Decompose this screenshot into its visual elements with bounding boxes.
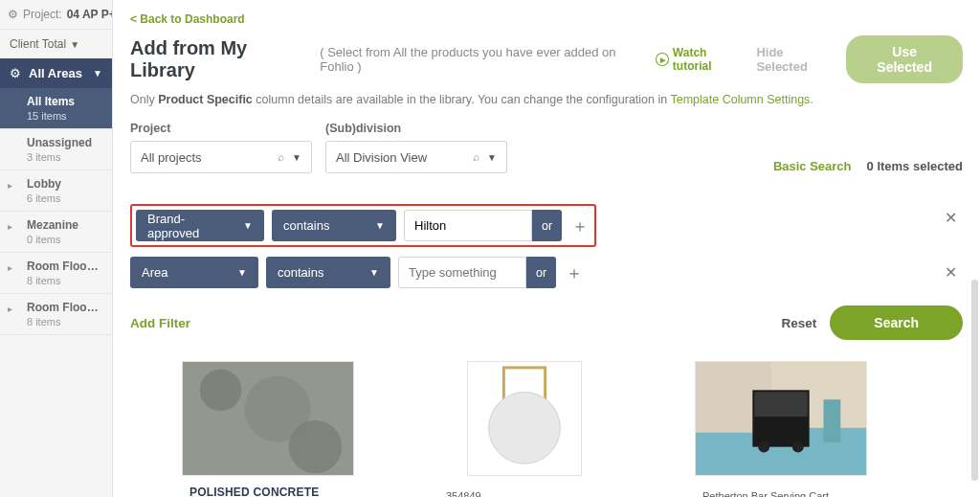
- product-image: [467, 361, 582, 476]
- sidebar-item-label: Room Floor Type 2: [27, 301, 102, 314]
- filter-operator-select[interactable]: contains ▼: [272, 210, 396, 241]
- items-selected-count: 0 Items selected: [867, 159, 963, 173]
- template-column-settings-link[interactable]: Template Column Settings.: [670, 93, 813, 106]
- desc-text: Only: [130, 93, 158, 106]
- hide-selected-button[interactable]: Hide Selected: [756, 45, 833, 74]
- sidebar-item-label: Room Floor Type: [27, 260, 102, 273]
- project-select-label: Project: [130, 122, 312, 135]
- desc-text: column details are available in the libr…: [253, 93, 671, 106]
- chevron-right-icon: ▸: [8, 221, 12, 232]
- sidebar-item-count: 3 items: [27, 151, 102, 163]
- filter-operator-select[interactable]: contains ▼: [266, 257, 390, 288]
- page-subtitle: ( Select from All the products you have …: [320, 45, 644, 74]
- sidebar-item-label: Lobby: [27, 177, 102, 191]
- project-name: 04 AP P+: [67, 8, 112, 21]
- chevron-down-icon: ▼: [369, 267, 379, 278]
- svg-point-15: [792, 441, 804, 453]
- product-image: [182, 361, 354, 476]
- all-areas-label: All Areas: [29, 66, 82, 80]
- sidebar-item-count: 15 items: [27, 110, 102, 122]
- chevron-right-icon: ▸: [8, 304, 12, 314]
- product-image: [695, 361, 867, 476]
- client-total-label: Client Total: [10, 37, 66, 51]
- gear-icon: ⚙: [10, 66, 21, 80]
- filter-row-highlight: Brand-approved ▼ contains ▼ or ＋: [130, 204, 596, 247]
- sidebar-item-label: Unassigned: [27, 136, 102, 149]
- product-grid: POLISHED CONCRETE CONTRACTOR SUPPLIER. O…: [130, 361, 963, 497]
- project-select[interactable]: All projects ⌕ ▼: [130, 141, 312, 173]
- remove-filter-button[interactable]: ✕: [945, 209, 957, 227]
- chevron-down-icon: ▼: [70, 39, 79, 50]
- sidebar-item-count: 6 items: [27, 192, 102, 204]
- chevron-down-icon: ▼: [292, 152, 301, 163]
- sidebar-item-count: 8 items: [27, 316, 102, 328]
- division-select[interactable]: All Division View ⌕ ▼: [325, 141, 507, 173]
- gear-icon: ⚙: [8, 8, 18, 21]
- use-selected-button[interactable]: Use Selected: [846, 35, 963, 83]
- search-button[interactable]: Search: [830, 305, 963, 340]
- project-label: Project:: [23, 8, 62, 21]
- product-title: Petherton Bar Serving Cart: [702, 489, 859, 497]
- filter-operator-value: contains: [278, 265, 323, 280]
- add-condition-button[interactable]: ＋: [564, 261, 585, 284]
- sidebar-item-count: 0 items: [27, 234, 102, 245]
- search-icon: ⌕: [278, 150, 284, 164]
- svg-rect-13: [754, 392, 807, 417]
- desc-bold: Product Specific: [158, 93, 253, 106]
- watch-tutorial-link[interactable]: ▶ Watch tutorial: [656, 46, 745, 73]
- filter-value-input-wrap: [404, 210, 532, 241]
- sidebar-item-all-items[interactable]: All Items 15 items: [0, 88, 112, 129]
- basic-search-link[interactable]: Basic Search: [773, 159, 852, 173]
- remove-filter-button[interactable]: ✕: [945, 263, 957, 282]
- sidebar-item-room-floor-type[interactable]: ▸ Room Floor Type 8 items: [0, 253, 112, 294]
- add-condition-button[interactable]: ＋: [569, 215, 590, 237]
- product-card[interactable]: POLISHED CONCRETE CONTRACTOR SUPPLIER. O…: [182, 361, 354, 497]
- filter-field-select[interactable]: Brand-approved ▼: [136, 210, 264, 241]
- back-to-dashboard-link[interactable]: < Back to Dashboard: [130, 12, 245, 26]
- product-card[interactable]: 354849: [438, 361, 611, 497]
- product-title: POLISHED CONCRETE: [189, 486, 346, 497]
- add-filter-button[interactable]: Add Filter: [130, 316, 190, 330]
- all-areas-header[interactable]: ⚙ All Areas ▼: [0, 58, 112, 88]
- product-title: 354849: [446, 489, 603, 497]
- scrollbar[interactable]: [971, 280, 978, 481]
- filter-value-input[interactable]: [409, 265, 516, 280]
- svg-point-4: [244, 376, 310, 442]
- filter-operator-value: contains: [283, 218, 329, 233]
- sidebar-item-room-floor-type-2[interactable]: ▸ Room Floor Type 2 8 items: [0, 294, 112, 335]
- filter-join-button[interactable]: or: [532, 210, 562, 241]
- sidebar: ⚙ Project: 04 AP P+ Client Total ▼ ⚙ All…: [0, 0, 113, 497]
- division-select-value: All Division View: [336, 150, 427, 165]
- filter-value-input[interactable]: [414, 218, 522, 233]
- filter-field-value: Brand-approved: [147, 212, 235, 240]
- filter-value-input-wrap: [398, 257, 526, 288]
- chevron-down-icon: ▼: [243, 220, 253, 231]
- svg-point-2: [200, 370, 242, 412]
- chevron-down-icon: ▼: [93, 68, 102, 79]
- description-text: Only Product Specific column details are…: [130, 93, 963, 106]
- svg-rect-16: [824, 399, 841, 442]
- project-header[interactable]: ⚙ Project: 04 AP P+: [0, 0, 112, 30]
- play-icon: ▶: [656, 53, 668, 66]
- svg-point-7: [489, 392, 561, 463]
- product-card[interactable]: Petherton Bar Serving Cart: [695, 361, 867, 497]
- sidebar-item-unassigned[interactable]: Unassigned 3 items: [0, 129, 112, 170]
- chevron-right-icon: ▸: [8, 180, 12, 191]
- reset-button[interactable]: Reset: [782, 316, 817, 330]
- sidebar-item-count: 8 items: [27, 275, 102, 286]
- svg-point-14: [758, 441, 769, 453]
- sidebar-item-mezanine[interactable]: ▸ Mezanine 0 items: [0, 212, 112, 253]
- filter-field-select[interactable]: Area ▼: [130, 257, 258, 288]
- sidebar-item-label: All Items: [27, 95, 102, 108]
- chevron-down-icon: ▼: [375, 220, 385, 231]
- main-content: < Back to Dashboard Add from My Library …: [113, 0, 980, 497]
- chevron-right-icon: ▸: [8, 262, 12, 273]
- chevron-down-icon: ▼: [237, 267, 247, 278]
- division-select-label: (Sub)division: [325, 122, 507, 135]
- sidebar-item-lobby[interactable]: ▸ Lobby 6 items: [0, 170, 112, 212]
- page-title: Add from My Library: [130, 37, 308, 81]
- filter-field-value: Area: [142, 265, 167, 280]
- client-total-dropdown[interactable]: Client Total ▼: [0, 30, 112, 58]
- search-icon: ⌕: [473, 150, 479, 164]
- filter-join-button[interactable]: or: [526, 257, 556, 288]
